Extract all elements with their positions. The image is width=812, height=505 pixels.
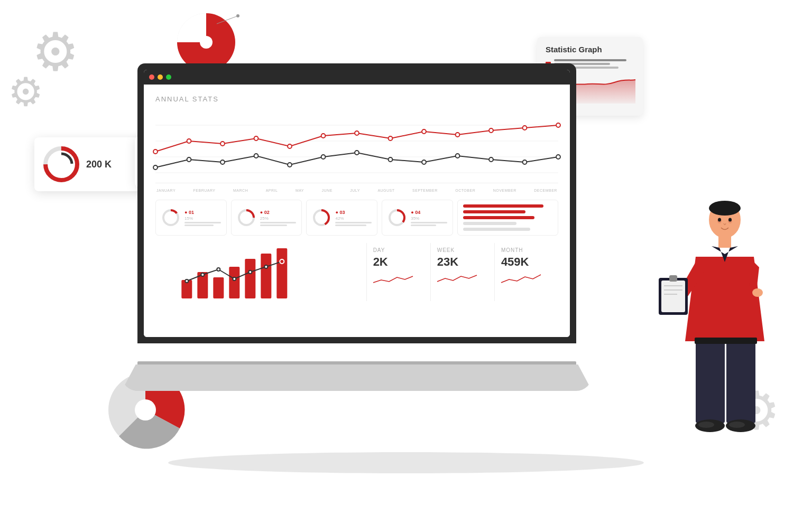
screen-titlebar: [144, 70, 570, 85]
svg-point-22: [422, 129, 426, 134]
svg-rect-75: [695, 338, 757, 344]
bar-chart-section: [155, 243, 366, 301]
month-may: MAY: [296, 189, 304, 192]
laptop-base: [122, 364, 592, 391]
svg-point-19: [321, 134, 326, 138]
stat-graph-title: Statistic Graph: [546, 44, 634, 55]
svg-point-26: [556, 123, 560, 127]
svg-point-14: [153, 149, 158, 154]
svg-point-60: [264, 265, 267, 268]
svg-point-28: [187, 157, 191, 162]
stats-block-month: MONTH 459K: [495, 243, 558, 301]
laptop-screen: ANNUAL STATS: [144, 70, 570, 337]
month-jun: JUNE: [322, 189, 333, 192]
svg-point-38: [523, 160, 527, 164]
svg-point-27: [153, 165, 158, 170]
svg-point-79: [729, 422, 745, 428]
bar-lines-card: [457, 200, 558, 236]
stat-card-04: ● 04 35%: [382, 200, 453, 236]
month-jan: JANUARY: [156, 189, 176, 192]
svg-rect-67: [669, 275, 677, 282]
svg-rect-53: [261, 254, 271, 298]
donut-value: 200 K: [86, 159, 112, 170]
svg-rect-51: [229, 267, 239, 298]
week-value: 23K: [437, 255, 488, 269]
floating-donut-card: 200 K: [34, 137, 151, 191]
svg-point-20: [355, 131, 359, 135]
month-aug: AUGUST: [377, 189, 394, 192]
svg-point-25: [523, 126, 527, 130]
svg-point-23: [456, 133, 460, 137]
svg-point-37: [489, 157, 493, 162]
svg-point-18: [288, 144, 292, 148]
month-feb: FEBRUARY: [193, 189, 216, 192]
bottom-row: DAY 2K WEEK 23K: [155, 243, 558, 301]
svg-point-29: [220, 160, 225, 164]
stat-card-03: ● 03 42%: [306, 200, 377, 236]
svg-point-36: [456, 154, 460, 158]
month-jul: JULY: [350, 189, 360, 192]
titlebar-dot-yellow: [158, 74, 163, 80]
ground-shadow: [168, 452, 644, 473]
week-label: WEEK: [437, 247, 488, 253]
svg-rect-54: [276, 248, 287, 298]
month-value: 459K: [501, 255, 552, 269]
svg-rect-50: [213, 277, 224, 298]
annual-stats-title: ANNUAL STATS: [155, 95, 558, 103]
laptop-screen-frame: ANNUAL STATS: [137, 63, 576, 343]
svg-point-39: [556, 155, 560, 159]
svg-point-9: [55, 158, 68, 171]
gear-icon-mid-left: ⚙: [8, 69, 43, 115]
month-apr: APRIL: [266, 189, 278, 192]
month-labels: JANUARY FEBRUARY MARCH APRIL MAY JUNE JU…: [155, 189, 558, 192]
screen-content: ANNUAL STATS: [144, 85, 570, 337]
svg-point-5: [135, 399, 156, 420]
svg-point-24: [489, 128, 493, 133]
svg-point-21: [389, 136, 393, 141]
svg-rect-74: [726, 339, 755, 423]
stats-block-day: DAY 2K: [367, 243, 431, 301]
titlebar-dot-red: [149, 74, 154, 80]
stats-sections: DAY 2K WEEK 23K: [366, 243, 558, 301]
line-chart-area: [155, 109, 558, 183]
svg-point-61: [280, 259, 284, 264]
svg-rect-52: [245, 259, 255, 298]
svg-rect-73: [696, 339, 725, 423]
stat-card-02: ● 02 25%: [231, 200, 302, 236]
person-illustration: [643, 193, 759, 468]
titlebar-dot-green: [166, 74, 171, 80]
stat-card-01: ● 01 15%: [155, 200, 227, 236]
day-label: DAY: [373, 247, 424, 253]
svg-point-83: [728, 218, 732, 222]
svg-point-1: [200, 36, 213, 49]
svg-point-58: [233, 277, 236, 280]
laptop: ANNUAL STATS: [137, 63, 582, 391]
svg-point-15: [187, 139, 191, 143]
month-oct: OCTOBER: [455, 189, 475, 192]
month-sep: SEPTEMBER: [412, 189, 438, 192]
month-label: MONTH: [501, 247, 552, 253]
svg-point-16: [220, 142, 225, 146]
svg-point-31: [288, 163, 292, 167]
svg-point-3: [236, 14, 239, 17]
svg-point-82: [718, 218, 721, 222]
svg-point-71: [752, 288, 763, 297]
svg-point-33: [355, 151, 359, 155]
svg-point-57: [217, 268, 220, 271]
svg-point-55: [185, 279, 188, 283]
svg-point-17: [254, 136, 259, 141]
svg-point-63: [709, 201, 741, 216]
svg-point-56: [201, 273, 204, 276]
svg-rect-72: [718, 233, 731, 248]
svg-point-34: [389, 157, 393, 162]
svg-point-32: [321, 155, 326, 159]
svg-point-59: [248, 270, 252, 274]
stat-cards-row: ● 01 15% ● 02: [155, 200, 558, 236]
svg-point-35: [422, 160, 426, 164]
month-dec: DECEMBER: [534, 189, 557, 192]
day-value: 2K: [373, 255, 424, 269]
month-nov: NOVEMBER: [493, 189, 516, 192]
svg-point-78: [698, 422, 714, 428]
month-mar: MARCH: [233, 189, 248, 192]
stats-block-week: WEEK 23K: [431, 243, 495, 301]
